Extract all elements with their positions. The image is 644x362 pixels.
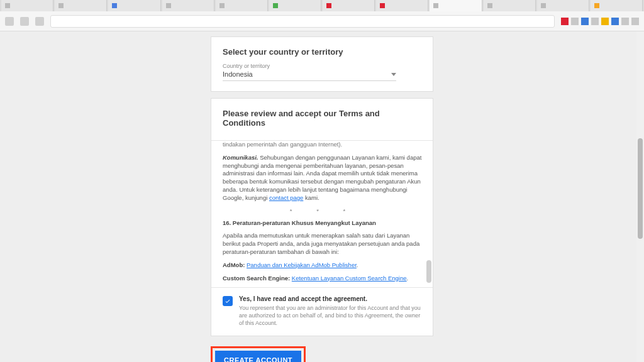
terms-scrollbar[interactable] xyxy=(426,141,431,287)
page-scrollbar[interactable] xyxy=(636,31,644,362)
extension-icon[interactable] xyxy=(561,18,569,25)
browser-tab[interactable] xyxy=(323,0,375,11)
browser-tabstrip xyxy=(0,0,644,11)
terms-admob-row: AdMob: Panduan dan Kebijakan AdMob Publi… xyxy=(223,261,424,270)
extensions-tray xyxy=(561,18,639,25)
reload-button[interactable] xyxy=(35,17,44,26)
country-field-label: Country or territory xyxy=(223,63,421,69)
terms-scrollbar-thumb[interactable] xyxy=(426,260,431,283)
create-button-highlight: CREATE ACCOUNT xyxy=(211,346,306,362)
terms-scroll-area[interactable]: tindakan pemerintah dan gangguan Interne… xyxy=(211,140,433,287)
extension-icon[interactable] xyxy=(571,18,579,25)
terms-separator: * * * xyxy=(223,207,424,216)
browser-tab[interactable] xyxy=(269,0,321,11)
accept-checkbox[interactable] xyxy=(223,296,233,306)
browser-tab[interactable] xyxy=(537,0,589,11)
browser-toolbar xyxy=(0,11,644,31)
extension-icon[interactable] xyxy=(591,18,599,25)
forward-button[interactable] xyxy=(20,17,29,26)
terms-card: Please review and accept our Terms and C… xyxy=(211,98,433,336)
extension-icon[interactable] xyxy=(631,18,639,25)
terms-komunikasi-label: Komunikasi. xyxy=(223,154,258,161)
browser-tab[interactable] xyxy=(162,0,214,11)
browser-tab[interactable] xyxy=(55,0,107,11)
terms-card-title: Please review and accept our Terms and C… xyxy=(223,109,421,128)
accept-sub: You represent that you are an administra… xyxy=(239,305,421,326)
extension-icon[interactable] xyxy=(601,18,609,25)
terms-section-heading: 16. Peraturan-peraturan Khusus Menyangku… xyxy=(223,219,424,228)
page-scrollbar-thumb[interactable] xyxy=(638,138,643,239)
terms-komunikasi-text: Sehubungan dengan penggunaan Layanan kam… xyxy=(223,154,421,201)
accept-row: Yes, I have read and accept the agreemen… xyxy=(211,287,433,336)
browser-tab[interactable] xyxy=(484,0,536,11)
browser-tab[interactable] xyxy=(591,0,643,11)
country-selected-value: Indonesia xyxy=(223,70,253,78)
terms-cse-label: Custom Search Engine: xyxy=(223,275,290,282)
terms-admob-label: AdMob: xyxy=(223,261,245,268)
extension-icon[interactable] xyxy=(581,18,589,25)
country-card-title: Select your country or territory xyxy=(223,47,421,57)
terms-komunikasi-tail: kami. xyxy=(303,194,319,201)
chevron-down-icon xyxy=(391,73,396,76)
terms-section-body: Apabila anda memutuskan untuk menerapkan… xyxy=(223,232,424,256)
terms-paragraph: Komunikasi. Sehubungan dengan penggunaan… xyxy=(223,154,424,202)
extension-icon[interactable] xyxy=(611,18,619,25)
back-button[interactable] xyxy=(5,17,14,26)
admob-policy-link[interactable]: Panduan dan Kebijakan AdMob Publisher xyxy=(247,261,357,268)
country-select[interactable]: Indonesia xyxy=(223,70,396,81)
browser-tab[interactable] xyxy=(1,0,53,11)
address-bar[interactable] xyxy=(50,15,555,28)
check-icon xyxy=(225,298,231,304)
terms-fragment: tindakan pemerintah dan gangguan Interne… xyxy=(223,141,424,149)
browser-tab-active[interactable] xyxy=(430,0,482,11)
browser-tab[interactable] xyxy=(376,0,428,11)
extension-icon[interactable] xyxy=(621,18,629,25)
terms-cse-row: Custom Search Engine: Ketentuan Layanan … xyxy=(223,275,424,283)
accept-text: Yes, I have read and accept the agreemen… xyxy=(239,295,421,327)
country-card: Select your country or territory Country… xyxy=(211,36,433,92)
browser-tab[interactable] xyxy=(216,0,268,11)
page-body: Select your country or territory Country… xyxy=(0,31,644,362)
contact-page-link[interactable]: contact page xyxy=(269,194,303,201)
browser-tab[interactable] xyxy=(108,0,160,11)
create-account-button[interactable]: CREATE ACCOUNT xyxy=(215,351,301,362)
accept-strong: Yes, I have read and accept the agreemen… xyxy=(239,295,421,302)
cse-terms-link[interactable]: Ketentuan Layanan Custom Search Engine xyxy=(292,275,407,282)
